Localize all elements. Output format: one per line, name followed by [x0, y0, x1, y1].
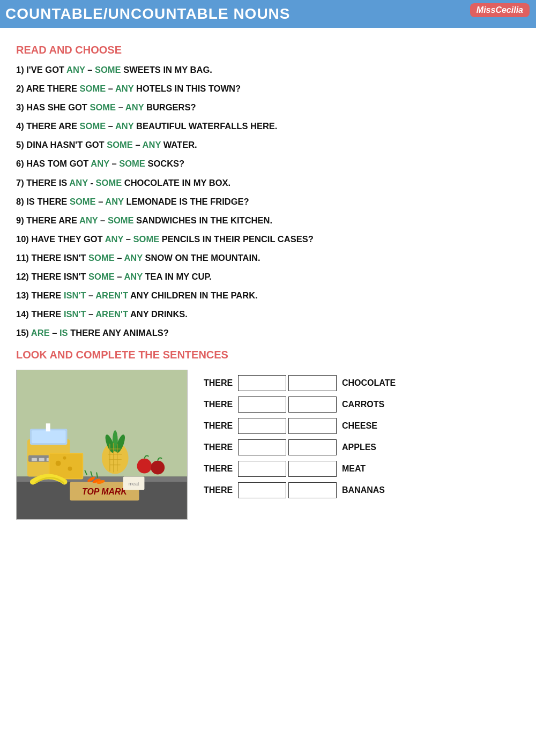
choice-1[interactable]: SOME: [80, 121, 106, 131]
choice-1[interactable]: ANY: [69, 178, 88, 188]
choice-2[interactable]: SOME: [108, 215, 134, 225]
question-suffix: CHOCOLATE IN MY BOX.: [122, 178, 230, 188]
question-prefix: THERE: [31, 290, 64, 300]
sentence-noun: CHOCOLATE: [342, 378, 396, 388]
sentence-there: THERE: [204, 421, 236, 431]
choice-separator: –: [96, 197, 106, 206]
sentence-there: THERE: [204, 400, 236, 409]
choice-separator: –: [86, 309, 95, 319]
choice-2[interactable]: ANY: [143, 140, 161, 149]
choice-separator: –: [123, 234, 133, 244]
choice-1[interactable]: ANY: [66, 65, 85, 74]
choice-separator: -: [88, 178, 96, 188]
choice-1[interactable]: ANY: [105, 234, 124, 244]
choice-1[interactable]: SOME: [88, 253, 115, 263]
choice-2[interactable]: ANY: [124, 272, 143, 281]
choice-2[interactable]: SOME: [96, 178, 122, 188]
question-number: 10): [16, 234, 31, 244]
sentence-row: THEREBANANAS: [204, 482, 515, 498]
svg-point-37: [151, 461, 165, 475]
question-number: 14): [16, 309, 31, 319]
sentence-noun: CARROTS: [342, 400, 384, 409]
choice-1[interactable]: ISN'T: [64, 309, 86, 319]
choice-1[interactable]: ANY: [79, 215, 98, 225]
choice-separator: –: [86, 290, 95, 300]
choice-1[interactable]: ANY: [91, 159, 109, 168]
choice-1[interactable]: ARE: [31, 328, 50, 338]
choice-1[interactable]: SOME: [80, 84, 106, 93]
sentence-there: THERE: [204, 378, 236, 388]
question-suffix: SWEETS IN MY BAG.: [121, 65, 212, 74]
choice-2[interactable]: SOME: [119, 159, 145, 168]
question-prefix: ARE THERE: [26, 84, 80, 93]
question-item: 3) HAS SHE GOT SOME – ANY BURGERS?: [16, 101, 515, 114]
question-prefix: THERE ARE: [26, 215, 79, 225]
choice-2[interactable]: IS: [59, 328, 68, 338]
sentence-input-2[interactable]: [288, 439, 337, 455]
choice-2[interactable]: AREN'T: [95, 309, 128, 319]
question-number: 5): [16, 140, 26, 149]
sentence-there: THERE: [204, 485, 236, 495]
svg-rect-8: [32, 431, 66, 444]
sentence-noun: MEAT: [342, 464, 366, 474]
choice-2[interactable]: ANY: [115, 84, 134, 93]
choice-2[interactable]: ANY: [105, 197, 124, 206]
question-suffix: ANY CHILDREN IN THE PARK.: [128, 290, 258, 300]
question-suffix: WATER.: [161, 140, 197, 149]
sentence-input-1[interactable]: [238, 418, 286, 434]
question-number: 6): [16, 159, 26, 168]
choice-1[interactable]: SOME: [90, 102, 116, 112]
question-suffix: PENCILS IN THEIR PENCIL CASES?: [159, 234, 314, 244]
choice-2[interactable]: ANY: [115, 121, 134, 131]
choice-separator: –: [85, 65, 95, 74]
question-item: 6) HAS TOM GOT ANY – SOME SOCKS?: [16, 158, 515, 170]
choice-1[interactable]: SOME: [70, 197, 96, 206]
svg-rect-10: [39, 458, 44, 461]
choice-2[interactable]: ANY: [125, 102, 144, 112]
svg-point-36: [137, 459, 152, 474]
question-suffix: THERE ANY ANIMALS?: [68, 328, 169, 338]
choice-separator: –: [98, 215, 108, 225]
sentence-input-2[interactable]: [288, 461, 337, 477]
question-number: 8): [16, 197, 26, 206]
sentence-input-1[interactable]: [238, 396, 286, 413]
sentence-input-1[interactable]: [238, 375, 286, 391]
question-suffix: SANDWICHES IN THE KITCHEN.: [133, 215, 272, 225]
choice-1[interactable]: SOME: [107, 140, 133, 149]
choice-1[interactable]: SOME: [88, 272, 115, 281]
sentence-input-2[interactable]: [288, 482, 337, 498]
sentence-input-2[interactable]: [288, 418, 337, 434]
choice-separator: –: [50, 328, 59, 338]
sentence-input-1[interactable]: [238, 482, 286, 498]
choice-separator: –: [115, 253, 124, 263]
choice-2[interactable]: ANY: [124, 253, 143, 263]
question-suffix: SNOW ON THE MOUNTAIN.: [143, 253, 260, 263]
question-number: 15): [16, 328, 31, 338]
question-item: 12) THERE ISN'T SOME – ANY TEA IN MY CUP…: [16, 271, 515, 283]
sentence-there: THERE: [204, 443, 236, 452]
question-number: 2): [16, 84, 26, 93]
svg-text:meat: meat: [129, 482, 139, 487]
question-list: 1) I'VE GOT ANY – SOME SWEETS IN MY BAG.…: [16, 64, 515, 339]
sentence-input-1[interactable]: [238, 439, 286, 455]
question-prefix: THERE ARE: [26, 121, 79, 131]
question-suffix: LEMONADE IS THE FRIDGE?: [124, 197, 249, 206]
sentence-input-2[interactable]: [288, 375, 337, 391]
section1-heading: READ AND CHOOSE: [16, 44, 515, 56]
choice-2[interactable]: SOME: [133, 234, 160, 244]
choice-2[interactable]: AREN'T: [95, 290, 128, 300]
question-prefix: THERE: [31, 309, 64, 319]
choice-2[interactable]: SOME: [95, 65, 121, 74]
sentence-noun: APPLES: [342, 443, 376, 452]
question-prefix: THERE IS: [26, 178, 69, 188]
choice-separator: –: [109, 159, 119, 168]
question-item: 14) THERE ISN'T – AREN'T ANY DRINKS.: [16, 308, 515, 320]
choice-1[interactable]: ISN'T: [64, 290, 86, 300]
svg-text:TOP MARK: TOP MARK: [82, 488, 128, 497]
question-item: 4) THERE ARE SOME – ANY BEAUTIFUL WATERF…: [16, 120, 515, 132]
sentence-input-2[interactable]: [288, 396, 337, 413]
brand-badge: MissCecilia: [470, 3, 530, 17]
sentence-input-1[interactable]: [238, 461, 286, 477]
choice-separator: –: [106, 84, 115, 93]
question-item: 15) ARE – IS THERE ANY ANIMALS?: [16, 327, 515, 339]
